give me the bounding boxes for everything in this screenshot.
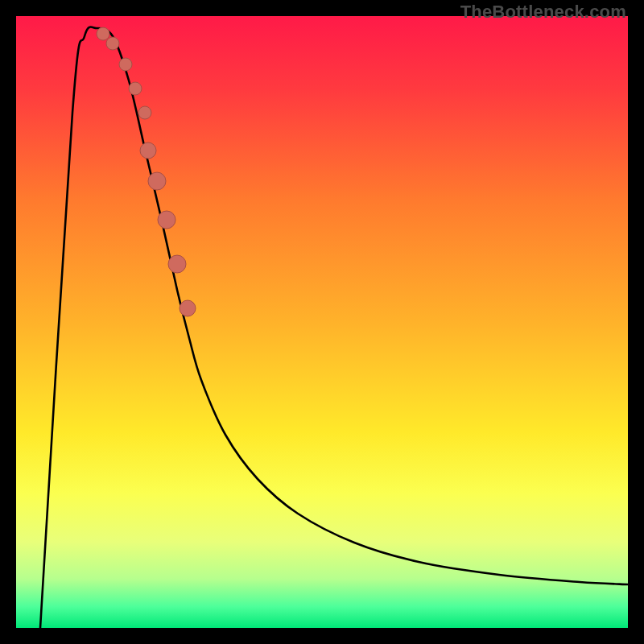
watermark-text: TheBottleneck.com [460,2,626,23]
bottleneck-curve [40,27,628,628]
dot-10 [180,300,196,316]
dot-5 [138,106,151,119]
dot-3 [119,58,132,71]
curve-markers [97,27,196,316]
dot-1 [97,27,109,40]
plot-area [16,16,628,628]
chart-frame: TheBottleneck.com [0,0,644,644]
dot-4 [129,82,142,95]
dot-7 [148,172,166,190]
dot-2 [106,37,119,50]
dot-6 [140,142,156,159]
dot-8 [158,211,175,229]
dot-9 [168,255,186,273]
curve-layer [16,16,628,628]
